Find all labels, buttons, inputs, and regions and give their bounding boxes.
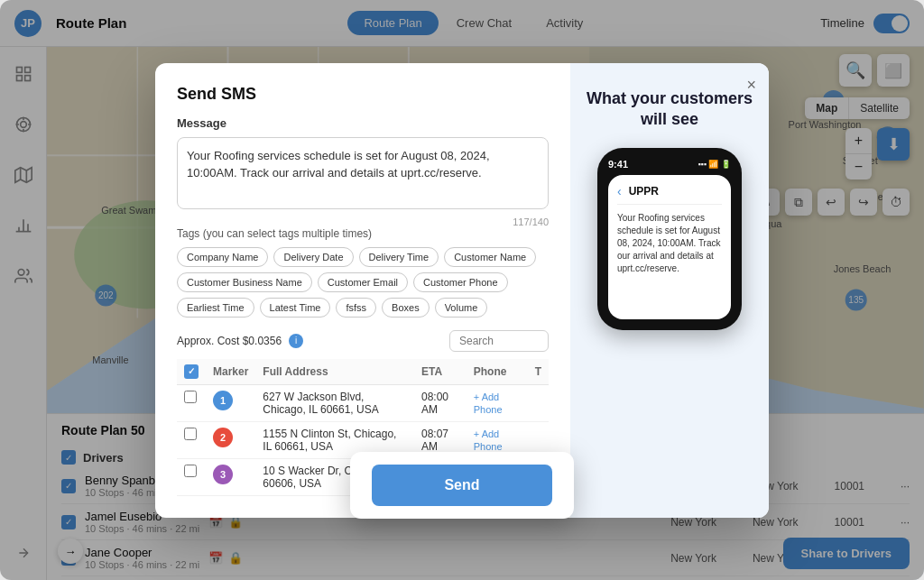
tag-earliest-time[interactable]: Earliest Time <box>177 298 254 318</box>
modal-close-button[interactable]: × <box>746 76 756 95</box>
tag-latest-time[interactable]: Latest Time <box>260 298 331 318</box>
tag-delivery-date[interactable]: Delivery Date <box>273 247 353 267</box>
phone-status-bar: 9:41 ▪▪▪ 📶 🔋 <box>608 159 731 170</box>
tag-customer-phone[interactable]: Customer Phone <box>413 272 508 292</box>
cost-info-icon: i <box>289 334 303 348</box>
row-1-marker: 1 <box>213 391 233 410</box>
select-all-checkbox[interactable]: ✓ <box>184 364 199 379</box>
tag-delivery-time[interactable]: Delivery Time <box>359 247 439 267</box>
tag-fsfss[interactable]: fsfss <box>336 298 376 318</box>
cost-row: Approx. Cost $0.0356 i <box>177 330 549 352</box>
row-1-address: 627 W Jackson Blvd, Chicago, IL 60661, U… <box>255 384 414 421</box>
tag-customer-email[interactable]: Customer Email <box>318 272 408 292</box>
tag-boxes[interactable]: Boxes <box>382 298 430 318</box>
phone-back-icon: ‹ <box>617 184 622 198</box>
row-3-checkbox[interactable] <box>184 465 197 477</box>
tags-section-label: Tags (you can select tags multiple times… <box>177 227 549 240</box>
phone-screen: ‹ UPPR Your Roofing services schedule is… <box>608 175 731 319</box>
tag-customer-name[interactable]: Customer Name <box>444 247 536 267</box>
row-1-eta: 08:00 AM <box>414 384 467 421</box>
message-textarea[interactable] <box>177 137 549 209</box>
message-section-label: Message <box>177 116 549 130</box>
approx-cost-label: Approx. Cost $0.0356 <box>177 335 282 347</box>
tags-container: Company Name Delivery Date Delivery Time… <box>177 247 549 318</box>
preview-title: What your customers will see <box>585 88 754 131</box>
row-2-checkbox[interactable] <box>184 428 197 440</box>
table-row: 1 627 W Jackson Blvd, Chicago, IL 60661,… <box>177 384 549 421</box>
row-2-add-phone[interactable]: + Add Phone <box>474 428 503 452</box>
send-button[interactable]: Send <box>372 465 552 506</box>
row-1-add-phone[interactable]: + Add Phone <box>474 391 503 415</box>
tag-company-name[interactable]: Company Name <box>177 247 268 267</box>
char-count: 117/140 <box>177 216 549 227</box>
phone-message-text: Your Roofing services schedule is set fo… <box>617 212 722 275</box>
modal-right-panel: What your customers will see 9:41 ▪▪▪ 📶 … <box>570 63 769 518</box>
phone-signals: ▪▪▪ 📶 🔋 <box>698 160 731 169</box>
modal-title: Send SMS <box>177 85 549 104</box>
tag-customer-business-name[interactable]: Customer Business Name <box>177 272 312 292</box>
col-eta: ETA <box>414 359 467 385</box>
col-address: Full Address <box>255 359 414 385</box>
col-marker: Marker <box>206 359 255 385</box>
phone-app-name: UPPR <box>629 185 659 198</box>
search-input[interactable] <box>449 330 549 352</box>
modal-left-panel: Send SMS Message 117/140 Tags (you can s… <box>155 63 570 518</box>
col-t: T <box>528 359 549 385</box>
row-3-marker: 3 <box>213 465 233 484</box>
tag-volume[interactable]: Volume <box>435 298 488 318</box>
row-2-marker: 2 <box>213 428 233 447</box>
phone-time: 9:41 <box>608 159 628 170</box>
phone-app-bar: ‹ UPPR <box>617 184 722 205</box>
send-button-container: Send <box>350 452 574 519</box>
col-phone: Phone <box>467 359 528 385</box>
row-1-checkbox[interactable] <box>184 391 197 403</box>
send-sms-modal: × Send SMS Message 117/140 Tags (you can… <box>155 63 769 518</box>
row-1-t <box>528 384 549 421</box>
send-button-box: Send <box>350 452 574 519</box>
phone-preview: 9:41 ▪▪▪ 📶 🔋 ‹ UPPR Your Roofing service… <box>597 148 742 330</box>
